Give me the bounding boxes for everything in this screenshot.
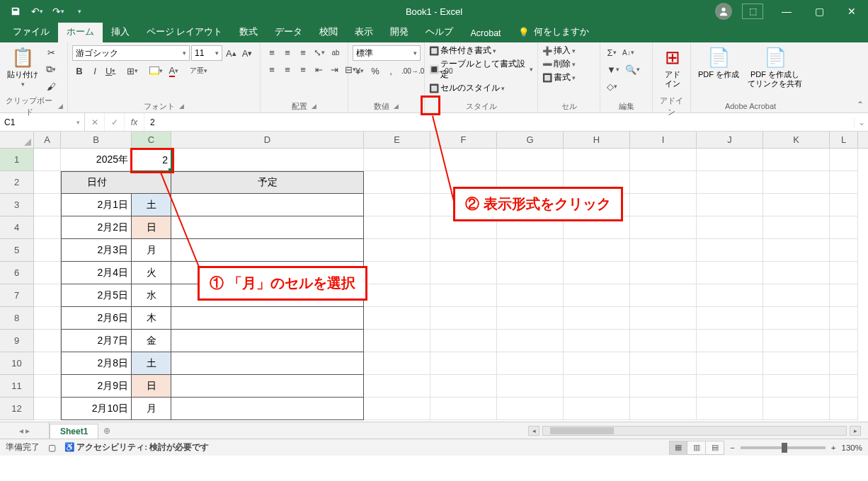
cell[interactable]: [34, 284, 61, 307]
cell[interactable]: [171, 398, 364, 420]
row-header[interactable]: 4: [0, 216, 34, 239]
insert-cells-button[interactable]: ➕ 挿入 ▾: [542, 45, 576, 56]
cell[interactable]: [564, 398, 630, 420]
cell[interactable]: [430, 284, 497, 307]
cell[interactable]: [430, 330, 497, 352]
percent-icon[interactable]: %: [368, 64, 382, 78]
cell[interactable]: [497, 330, 564, 352]
row-header[interactable]: 1: [0, 149, 34, 171]
cell[interactable]: [34, 307, 61, 330]
cancel-formula-icon[interactable]: ✕: [85, 113, 105, 131]
cell[interactable]: [630, 352, 697, 375]
cell[interactable]: [763, 194, 830, 216]
format-painter-icon[interactable]: 🖌: [44, 79, 58, 93]
cell[interactable]: 2月8日: [61, 352, 132, 375]
increase-indent-icon[interactable]: ⇥: [327, 62, 341, 76]
copy-icon[interactable]: ⧉▾: [44, 62, 58, 76]
format-cells-button[interactable]: 🔲 書式 ▾: [542, 72, 576, 83]
tab-review[interactable]: 校閲: [311, 22, 346, 42]
tab-page-layout[interactable]: ページ レイアウト: [138, 22, 231, 42]
row-header[interactable]: 2: [0, 171, 34, 194]
user-avatar-icon[interactable]: [715, 3, 732, 20]
row-header[interactable]: 5: [0, 239, 34, 262]
cell[interactable]: [497, 352, 564, 375]
phonetic-icon[interactable]: ア亜▾: [188, 64, 210, 78]
bold-button[interactable]: B: [72, 64, 86, 78]
cell[interactable]: 2月5日: [61, 284, 132, 307]
cell[interactable]: [34, 330, 61, 352]
maximize-button[interactable]: ▢: [803, 0, 835, 23]
align-center-icon[interactable]: ≡: [280, 62, 295, 76]
paste-button[interactable]: 📋 貼り付け ▾: [4, 45, 41, 89]
cell[interactable]: [630, 194, 697, 216]
cell[interactable]: [763, 262, 830, 284]
cell[interactable]: [564, 262, 630, 284]
cell[interactable]: [564, 352, 630, 375]
cell[interactable]: 2月4日: [61, 262, 132, 284]
cell[interactable]: 2月3日: [61, 239, 132, 262]
cell[interactable]: [497, 284, 564, 307]
col-header-i[interactable]: I: [630, 132, 697, 148]
accessibility-status[interactable]: ♿ アクセシビリティ: 検討が必要です: [64, 442, 209, 453]
cell[interactable]: [171, 330, 364, 352]
col-header-j[interactable]: J: [697, 132, 763, 148]
cell[interactable]: [564, 330, 630, 352]
cell[interactable]: [830, 330, 858, 352]
cell[interactable]: 月: [132, 239, 171, 262]
cell[interactable]: [763, 307, 830, 330]
col-header-l[interactable]: L: [830, 132, 858, 148]
italic-button[interactable]: I: [88, 64, 102, 78]
autosum-icon[interactable]: Σ▾: [605, 45, 619, 59]
tab-view[interactable]: 表示: [346, 22, 382, 42]
accounting-icon[interactable]: ¥▾: [353, 64, 367, 78]
cell[interactable]: 水: [132, 284, 171, 307]
row-header[interactable]: 12: [0, 398, 34, 420]
cell[interactable]: [364, 239, 430, 262]
cell[interactable]: [697, 149, 763, 171]
cell[interactable]: 日: [132, 216, 171, 239]
underline-button[interactable]: U▾: [103, 64, 118, 78]
find-select-icon[interactable]: 🔍▾: [623, 62, 642, 76]
cell[interactable]: [34, 149, 61, 171]
number-launcher-icon[interactable]: ◢: [394, 100, 399, 112]
cell[interactable]: [830, 398, 858, 420]
addin-button[interactable]: ⊞ アドイン: [657, 45, 688, 90]
cell[interactable]: [630, 307, 697, 330]
cell[interactable]: [830, 149, 858, 171]
undo-icon[interactable]: ↶▾: [27, 1, 47, 21]
clear-icon[interactable]: ◇▾: [605, 79, 619, 93]
decrease-font-icon[interactable]: A▾: [240, 46, 255, 60]
sort-filter-icon[interactable]: A↓▾: [620, 45, 636, 59]
sheet-tab-sheet1[interactable]: Sheet1: [50, 424, 98, 439]
cell[interactable]: [34, 171, 61, 194]
cell[interactable]: 土: [132, 194, 171, 216]
wrap-text-icon[interactable]: ab: [329, 45, 343, 59]
cell[interactable]: [630, 375, 697, 398]
cell[interactable]: [830, 284, 858, 307]
cell[interactable]: 火: [132, 262, 171, 284]
redo-icon[interactable]: ↷▾: [48, 1, 68, 21]
cell[interactable]: 2025年: [61, 149, 132, 171]
cell[interactable]: [497, 307, 564, 330]
fx-icon[interactable]: fx: [125, 113, 144, 131]
hscroll-right-icon[interactable]: ▸: [850, 426, 861, 436]
hscroll-left-icon[interactable]: ◂: [528, 426, 539, 436]
cell[interactable]: [564, 307, 630, 330]
row-header[interactable]: 3: [0, 194, 34, 216]
tell-me-search[interactable]: 💡 何をしますか: [510, 22, 598, 42]
cell[interactable]: [763, 171, 830, 194]
cell[interactable]: [830, 194, 858, 216]
font-size-combo[interactable]: 11▾: [191, 45, 222, 61]
add-sheet-icon[interactable]: ⊕: [98, 426, 115, 436]
cell[interactable]: 日: [132, 375, 171, 398]
cell[interactable]: [34, 398, 61, 420]
conditional-formatting-button[interactable]: 🔲 条件付き書式 ▾: [429, 45, 496, 56]
row-header[interactable]: 7: [0, 284, 34, 307]
cell[interactable]: 月: [132, 398, 171, 420]
clipboard-launcher-icon[interactable]: ◢: [58, 100, 63, 112]
cell[interactable]: [364, 194, 430, 216]
cell[interactable]: [364, 216, 430, 239]
format-as-table-button[interactable]: 🔳 テーブルとして書式設定 ▾: [429, 59, 533, 80]
cell[interactable]: [364, 149, 430, 171]
cell[interactable]: [830, 352, 858, 375]
